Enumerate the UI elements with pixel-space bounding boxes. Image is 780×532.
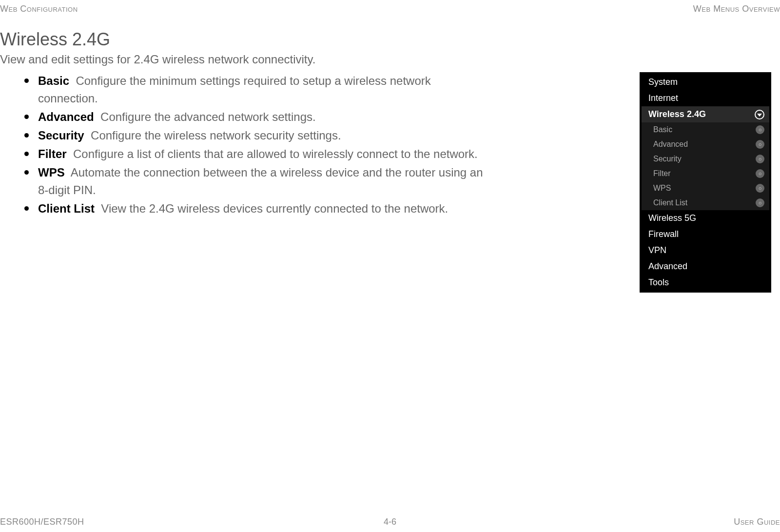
menu-label: WPS bbox=[653, 184, 671, 193]
chevron-down-icon bbox=[755, 110, 764, 119]
bullet-term: Security bbox=[38, 129, 84, 142]
page-subtitle: View and edit settings for 2.4G wireless… bbox=[0, 53, 315, 66]
bullet-term: Client List bbox=[38, 202, 95, 215]
bullet-list: Basic Configure the minimum settings req… bbox=[24, 72, 492, 218]
menu-label: Tools bbox=[648, 277, 669, 288]
menu-label: Advanced bbox=[653, 140, 688, 149]
list-item: WPS Automate the connection between the … bbox=[24, 164, 492, 199]
menu-item-wireless-24g[interactable]: Wireless 2.4G bbox=[642, 106, 769, 122]
bullet-desc: Configure the advanced network settings. bbox=[100, 110, 316, 123]
menu-label: System bbox=[648, 77, 678, 87]
header-left: Web Configuration bbox=[0, 4, 78, 14]
menu-sub-basic[interactable]: Basic ○ bbox=[642, 122, 769, 137]
menu-label: Internet bbox=[648, 93, 678, 103]
header-right: Web Menus Overview bbox=[693, 4, 780, 14]
menu-item-wireless-5g[interactable]: Wireless 5G bbox=[642, 210, 769, 226]
gear-icon: ○ bbox=[756, 125, 764, 134]
menu-sub-advanced[interactable]: Advanced ○ bbox=[642, 137, 769, 152]
menu-label: Advanced bbox=[648, 261, 687, 272]
menu-sub-wps[interactable]: WPS ○ bbox=[642, 181, 769, 196]
menu-label: Wireless 5G bbox=[648, 213, 696, 223]
menu-label: Basic bbox=[653, 125, 672, 134]
bullet-desc: Configure the minimum settings required … bbox=[38, 74, 431, 105]
page-title: Wireless 2.4G bbox=[0, 29, 110, 50]
list-item: Client List View the 2.4G wireless devic… bbox=[24, 200, 492, 217]
menu-label: VPN bbox=[648, 245, 666, 256]
gear-icon: ○ bbox=[756, 155, 764, 163]
menu-item-firewall[interactable]: Firewall bbox=[642, 226, 769, 242]
bullet-desc: Configure a list of clients that are all… bbox=[73, 147, 478, 160]
bullet-desc: Automate the connection between the a wi… bbox=[38, 166, 483, 197]
bullet-desc: Configure the wireless network security … bbox=[91, 129, 341, 142]
bullet-term: Filter bbox=[38, 147, 67, 160]
menu-item-tools[interactable]: Tools bbox=[642, 275, 769, 291]
menu-sub-client-list[interactable]: Client List ○ bbox=[642, 196, 769, 210]
menu-item-advanced[interactable]: Advanced bbox=[642, 258, 769, 275]
list-item: Security Configure the wireless network … bbox=[24, 127, 492, 144]
menu-label: Firewall bbox=[648, 229, 679, 239]
bullet-term: Advanced bbox=[38, 110, 94, 123]
gear-icon: ○ bbox=[756, 198, 764, 207]
menu-label: Wireless 2.4G bbox=[648, 109, 706, 119]
list-item: Advanced Configure the advanced network … bbox=[24, 108, 492, 126]
footer-page-number: 4-6 bbox=[384, 517, 396, 527]
menu-item-system[interactable]: System bbox=[642, 74, 769, 90]
menu-screenshot: System Internet Wireless 2.4G Basic ○ Ad… bbox=[640, 72, 771, 293]
bullet-desc: View the 2.4G wireless devices currently… bbox=[101, 202, 448, 215]
gear-icon: ○ bbox=[756, 184, 764, 193]
menu-label: Client List bbox=[653, 198, 687, 207]
bullet-term: WPS bbox=[38, 166, 65, 179]
gear-icon: ○ bbox=[756, 140, 764, 149]
footer-left: ESR600H/ESR750H bbox=[0, 517, 84, 527]
menu-label: Filter bbox=[653, 169, 671, 178]
menu-label: Security bbox=[653, 155, 682, 163]
menu-sub-filter[interactable]: Filter ○ bbox=[642, 166, 769, 181]
menu-item-internet[interactable]: Internet bbox=[642, 90, 769, 106]
list-item: Basic Configure the minimum settings req… bbox=[24, 72, 492, 107]
menu-sub-security[interactable]: Security ○ bbox=[642, 152, 769, 166]
gear-icon: ○ bbox=[756, 169, 764, 178]
bullet-term: Basic bbox=[38, 74, 69, 87]
list-item: Filter Configure a list of clients that … bbox=[24, 145, 492, 163]
menu-item-vpn[interactable]: VPN bbox=[642, 242, 769, 258]
footer-right: User Guide bbox=[734, 517, 780, 527]
